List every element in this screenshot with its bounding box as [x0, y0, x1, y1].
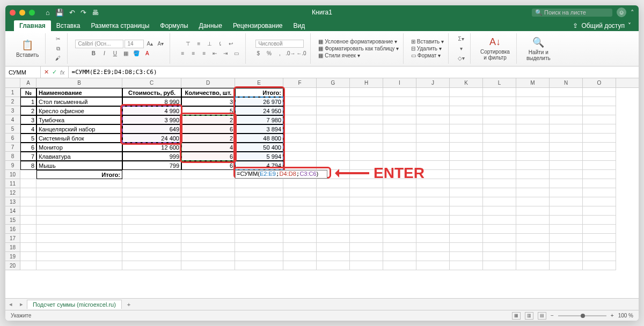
delete-cells-button[interactable]: ⊟ Удалить ▾	[411, 46, 442, 51]
cell[interactable]	[583, 161, 616, 170]
col-header[interactable]: J	[416, 78, 450, 87]
zoom-out-button[interactable]: −	[551, 313, 554, 318]
cell[interactable]	[550, 152, 583, 161]
indent-inc-icon[interactable]: ⇥	[221, 49, 230, 58]
tab-review[interactable]: Рецензирование	[228, 20, 288, 31]
cell[interactable]	[283, 106, 317, 115]
tab-view[interactable]: Вид	[288, 20, 311, 31]
cell[interactable]	[20, 188, 36, 197]
cell[interactable]: Мышь	[36, 161, 122, 170]
cell[interactable]	[283, 97, 317, 106]
cell[interactable]	[181, 225, 235, 234]
cell[interactable]	[583, 252, 616, 261]
cell[interactable]	[550, 97, 583, 106]
cell[interactable]	[383, 143, 416, 152]
print-icon[interactable]: 🖶	[92, 9, 99, 17]
cell[interactable]	[317, 197, 350, 206]
cell[interactable]	[122, 252, 181, 261]
cell[interactable]	[383, 134, 416, 143]
cell[interactable]	[181, 243, 235, 252]
cell[interactable]: 1	[20, 97, 36, 106]
col-header[interactable]: A	[20, 78, 36, 87]
cell[interactable]	[583, 179, 616, 188]
cell[interactable]	[516, 143, 550, 152]
cell[interactable]	[317, 134, 350, 143]
cell[interactable]	[416, 234, 450, 243]
cell[interactable]	[416, 197, 450, 206]
col-header[interactable]: H	[350, 78, 383, 87]
cell[interactable]	[283, 143, 317, 152]
cell[interactable]	[383, 261, 416, 270]
cell[interactable]	[350, 152, 383, 161]
cell[interactable]	[583, 124, 616, 134]
tab-home[interactable]: Главная	[14, 20, 51, 31]
cell[interactable]	[550, 197, 583, 206]
cell[interactable]	[383, 188, 416, 197]
cell-editor[interactable]: =СУММ(E2:E9;D4:D8;C3:C6)	[235, 170, 327, 179]
cell[interactable]	[383, 234, 416, 243]
cell[interactable]	[20, 170, 36, 179]
cell[interactable]: 50 400	[235, 143, 283, 152]
search-input[interactable]: 🔍 Поиск на листе	[532, 9, 612, 17]
cell[interactable]	[450, 106, 483, 115]
view-normal-icon[interactable]: ▦	[512, 312, 521, 320]
tab-data[interactable]: Данные	[194, 20, 228, 31]
cell[interactable]	[283, 115, 317, 124]
cell[interactable]	[583, 188, 616, 197]
cell[interactable]	[583, 134, 616, 143]
border-icon[interactable]: ▦	[121, 49, 130, 58]
cell[interactable]	[283, 261, 317, 270]
cell[interactable]	[283, 197, 317, 206]
cell[interactable]	[122, 170, 181, 179]
cell[interactable]	[383, 97, 416, 106]
cell[interactable]	[583, 97, 616, 106]
cell[interactable]	[350, 206, 383, 216]
cell[interactable]	[181, 252, 235, 261]
tab-formulas[interactable]: Формулы	[155, 20, 193, 31]
cell[interactable]	[350, 252, 383, 261]
align-center-icon[interactable]: ≡	[188, 49, 198, 58]
cell[interactable]	[550, 243, 583, 252]
cell[interactable]	[317, 216, 350, 225]
cell[interactable]	[583, 170, 616, 179]
cell[interactable]	[550, 115, 583, 124]
tab-layout[interactable]: Разметка страницы	[85, 20, 155, 31]
col-header[interactable]: M	[516, 78, 550, 87]
cell[interactable]	[317, 261, 350, 270]
cell[interactable]	[235, 252, 283, 261]
cell[interactable]	[181, 206, 235, 216]
zoom-in-button[interactable]: +	[611, 313, 614, 318]
sort-filter-button[interactable]: A↓ Сортировка и фильтр	[478, 35, 512, 62]
cell[interactable]	[516, 243, 550, 252]
bold-icon[interactable]: B	[89, 49, 98, 58]
comma-icon[interactable]: ,	[275, 49, 284, 57]
col-header[interactable]: E	[235, 78, 283, 87]
col-header[interactable]: B	[36, 78, 122, 87]
user-icon[interactable]: ☺	[617, 8, 626, 17]
shrink-font-icon[interactable]: A▾	[156, 40, 165, 48]
cell[interactable]	[416, 124, 450, 134]
cell[interactable]	[516, 216, 550, 225]
col-header[interactable]: L	[483, 78, 516, 87]
share-button[interactable]: ⇪ Общий доступ ˅	[565, 20, 639, 31]
cell[interactable]	[516, 134, 550, 143]
cell[interactable]: 48 800	[235, 134, 283, 143]
cell[interactable]	[283, 152, 317, 161]
cell[interactable]	[583, 206, 616, 216]
cell[interactable]: 2	[181, 115, 235, 124]
cell[interactable]	[317, 106, 350, 115]
font-size-select[interactable]	[125, 40, 144, 48]
cell[interactable]: 8	[20, 161, 36, 170]
cell[interactable]	[416, 188, 450, 197]
cell[interactable]	[516, 152, 550, 161]
cell[interactable]	[383, 252, 416, 261]
cell[interactable]	[583, 152, 616, 161]
cell[interactable]	[583, 225, 616, 234]
row-header[interactable]: 17	[5, 234, 20, 243]
row-header[interactable]: 4	[5, 115, 20, 124]
cell[interactable]	[350, 261, 383, 270]
cell[interactable]: 2	[20, 106, 36, 115]
cell[interactable]	[350, 234, 383, 243]
cell[interactable]	[350, 106, 383, 115]
col-header[interactable]: I	[383, 78, 416, 87]
